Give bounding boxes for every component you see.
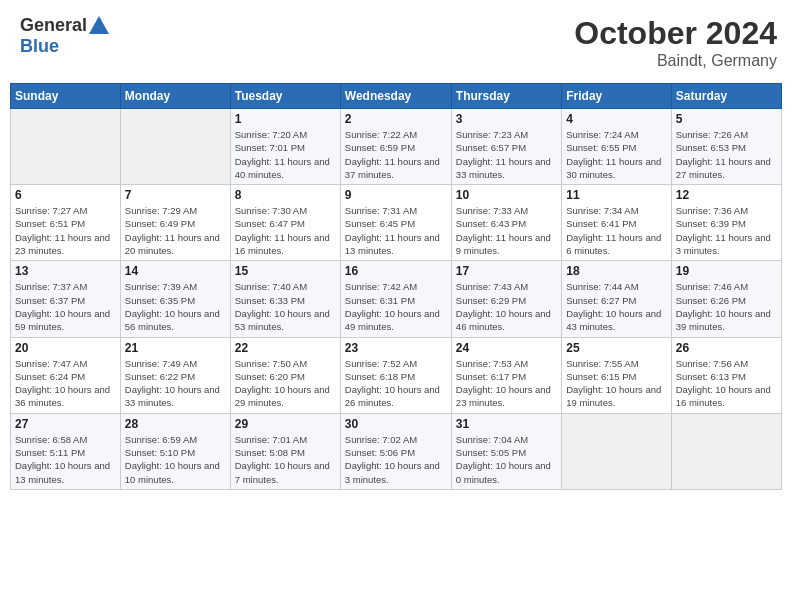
day-number: 18 [566,264,666,278]
day-number: 1 [235,112,336,126]
day-info: Sunrise: 7:33 AM Sunset: 6:43 PM Dayligh… [456,204,557,257]
day-number: 29 [235,417,336,431]
day-number: 6 [15,188,116,202]
month-title: October 2024 [574,15,777,52]
day-info: Sunrise: 7:46 AM Sunset: 6:26 PM Dayligh… [676,280,777,333]
day-number: 9 [345,188,447,202]
day-number: 11 [566,188,666,202]
calendar-day-cell: 10Sunrise: 7:33 AM Sunset: 6:43 PM Dayli… [451,185,561,261]
day-info: Sunrise: 7:55 AM Sunset: 6:15 PM Dayligh… [566,357,666,410]
calendar-week-row: 1Sunrise: 7:20 AM Sunset: 7:01 PM Daylig… [11,109,782,185]
day-number: 21 [125,341,226,355]
day-info: Sunrise: 7:56 AM Sunset: 6:13 PM Dayligh… [676,357,777,410]
calendar-day-cell [671,413,781,489]
day-number: 23 [345,341,447,355]
calendar-day-cell: 6Sunrise: 7:27 AM Sunset: 6:51 PM Daylig… [11,185,121,261]
day-info: Sunrise: 7:53 AM Sunset: 6:17 PM Dayligh… [456,357,557,410]
calendar-week-row: 13Sunrise: 7:37 AM Sunset: 6:37 PM Dayli… [11,261,782,337]
weekday-header: Saturday [671,84,781,109]
day-info: Sunrise: 6:58 AM Sunset: 5:11 PM Dayligh… [15,433,116,486]
calendar-day-cell: 20Sunrise: 7:47 AM Sunset: 6:24 PM Dayli… [11,337,121,413]
day-number: 25 [566,341,666,355]
day-info: Sunrise: 7:37 AM Sunset: 6:37 PM Dayligh… [15,280,116,333]
calendar-day-cell: 9Sunrise: 7:31 AM Sunset: 6:45 PM Daylig… [340,185,451,261]
day-info: Sunrise: 7:04 AM Sunset: 5:05 PM Dayligh… [456,433,557,486]
day-info: Sunrise: 7:40 AM Sunset: 6:33 PM Dayligh… [235,280,336,333]
calendar-week-row: 6Sunrise: 7:27 AM Sunset: 6:51 PM Daylig… [11,185,782,261]
weekday-header: Sunday [11,84,121,109]
calendar-day-cell: 14Sunrise: 7:39 AM Sunset: 6:35 PM Dayli… [120,261,230,337]
calendar-day-cell: 15Sunrise: 7:40 AM Sunset: 6:33 PM Dayli… [230,261,340,337]
day-number: 10 [456,188,557,202]
calendar-day-cell: 27Sunrise: 6:58 AM Sunset: 5:11 PM Dayli… [11,413,121,489]
location-title: Baindt, Germany [574,52,777,70]
calendar-day-cell: 22Sunrise: 7:50 AM Sunset: 6:20 PM Dayli… [230,337,340,413]
calendar-day-cell: 21Sunrise: 7:49 AM Sunset: 6:22 PM Dayli… [120,337,230,413]
calendar-day-cell: 8Sunrise: 7:30 AM Sunset: 6:47 PM Daylig… [230,185,340,261]
day-info: Sunrise: 7:23 AM Sunset: 6:57 PM Dayligh… [456,128,557,181]
day-info: Sunrise: 7:27 AM Sunset: 6:51 PM Dayligh… [15,204,116,257]
calendar-week-row: 27Sunrise: 6:58 AM Sunset: 5:11 PM Dayli… [11,413,782,489]
day-number: 30 [345,417,447,431]
logo-general-text: General [20,15,87,36]
day-info: Sunrise: 7:26 AM Sunset: 6:53 PM Dayligh… [676,128,777,181]
calendar-day-cell: 11Sunrise: 7:34 AM Sunset: 6:41 PM Dayli… [562,185,671,261]
day-info: Sunrise: 7:44 AM Sunset: 6:27 PM Dayligh… [566,280,666,333]
logo: General Blue [20,15,109,57]
calendar-day-cell: 17Sunrise: 7:43 AM Sunset: 6:29 PM Dayli… [451,261,561,337]
calendar-day-cell: 3Sunrise: 7:23 AM Sunset: 6:57 PM Daylig… [451,109,561,185]
logo-icon [89,16,109,34]
day-info: Sunrise: 7:02 AM Sunset: 5:06 PM Dayligh… [345,433,447,486]
calendar-day-cell: 26Sunrise: 7:56 AM Sunset: 6:13 PM Dayli… [671,337,781,413]
day-number: 28 [125,417,226,431]
calendar-day-cell: 2Sunrise: 7:22 AM Sunset: 6:59 PM Daylig… [340,109,451,185]
day-number: 16 [345,264,447,278]
weekday-header: Friday [562,84,671,109]
day-number: 26 [676,341,777,355]
calendar-day-cell: 13Sunrise: 7:37 AM Sunset: 6:37 PM Dayli… [11,261,121,337]
day-number: 22 [235,341,336,355]
calendar-day-cell: 4Sunrise: 7:24 AM Sunset: 6:55 PM Daylig… [562,109,671,185]
weekday-header: Tuesday [230,84,340,109]
calendar-header-row: SundayMondayTuesdayWednesdayThursdayFrid… [11,84,782,109]
calendar-day-cell: 7Sunrise: 7:29 AM Sunset: 6:49 PM Daylig… [120,185,230,261]
page-header: General Blue October 2024 Baindt, German… [10,10,782,75]
day-info: Sunrise: 7:50 AM Sunset: 6:20 PM Dayligh… [235,357,336,410]
day-number: 19 [676,264,777,278]
day-number: 13 [15,264,116,278]
calendar-day-cell [11,109,121,185]
day-info: Sunrise: 7:42 AM Sunset: 6:31 PM Dayligh… [345,280,447,333]
day-info: Sunrise: 7:20 AM Sunset: 7:01 PM Dayligh… [235,128,336,181]
calendar-day-cell: 16Sunrise: 7:42 AM Sunset: 6:31 PM Dayli… [340,261,451,337]
day-info: Sunrise: 7:39 AM Sunset: 6:35 PM Dayligh… [125,280,226,333]
calendar-table: SundayMondayTuesdayWednesdayThursdayFrid… [10,83,782,490]
day-info: Sunrise: 7:52 AM Sunset: 6:18 PM Dayligh… [345,357,447,410]
calendar-day-cell: 19Sunrise: 7:46 AM Sunset: 6:26 PM Dayli… [671,261,781,337]
day-number: 5 [676,112,777,126]
day-info: Sunrise: 7:43 AM Sunset: 6:29 PM Dayligh… [456,280,557,333]
day-info: Sunrise: 7:22 AM Sunset: 6:59 PM Dayligh… [345,128,447,181]
day-info: Sunrise: 7:36 AM Sunset: 6:39 PM Dayligh… [676,204,777,257]
day-number: 12 [676,188,777,202]
calendar-day-cell: 18Sunrise: 7:44 AM Sunset: 6:27 PM Dayli… [562,261,671,337]
day-number: 24 [456,341,557,355]
day-info: Sunrise: 7:34 AM Sunset: 6:41 PM Dayligh… [566,204,666,257]
day-number: 3 [456,112,557,126]
day-number: 20 [15,341,116,355]
calendar-day-cell: 28Sunrise: 6:59 AM Sunset: 5:10 PM Dayli… [120,413,230,489]
calendar-day-cell: 23Sunrise: 7:52 AM Sunset: 6:18 PM Dayli… [340,337,451,413]
weekday-header: Monday [120,84,230,109]
calendar-day-cell: 12Sunrise: 7:36 AM Sunset: 6:39 PM Dayli… [671,185,781,261]
calendar-day-cell [120,109,230,185]
day-number: 2 [345,112,447,126]
day-info: Sunrise: 7:01 AM Sunset: 5:08 PM Dayligh… [235,433,336,486]
day-number: 4 [566,112,666,126]
day-number: 8 [235,188,336,202]
day-info: Sunrise: 7:30 AM Sunset: 6:47 PM Dayligh… [235,204,336,257]
calendar-day-cell: 5Sunrise: 7:26 AM Sunset: 6:53 PM Daylig… [671,109,781,185]
logo-blue-text: Blue [20,36,59,56]
day-info: Sunrise: 7:29 AM Sunset: 6:49 PM Dayligh… [125,204,226,257]
calendar-week-row: 20Sunrise: 7:47 AM Sunset: 6:24 PM Dayli… [11,337,782,413]
day-info: Sunrise: 7:47 AM Sunset: 6:24 PM Dayligh… [15,357,116,410]
day-info: Sunrise: 7:31 AM Sunset: 6:45 PM Dayligh… [345,204,447,257]
